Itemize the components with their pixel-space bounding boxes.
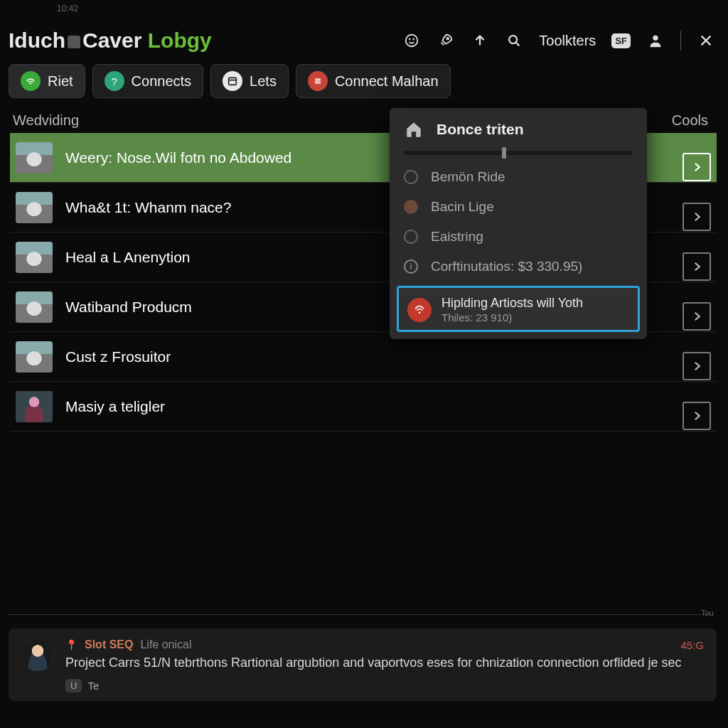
svg-point-0 <box>406 35 418 47</box>
brand-primary: Iduch <box>9 28 65 52</box>
car-thumb-icon <box>16 341 53 373</box>
row-action-column <box>682 153 711 430</box>
slider-knob[interactable] <box>502 147 506 159</box>
signal-icon <box>21 71 41 91</box>
car-thumb-icon <box>16 142 53 173</box>
sf-badge[interactable]: SF <box>611 33 631 48</box>
svg-rect-6 <box>229 77 237 85</box>
upload-icon[interactable] <box>471 31 489 50</box>
radio-unchecked-icon <box>404 170 418 184</box>
car-thumb-icon <box>16 242 53 273</box>
divider <box>680 31 681 50</box>
chat-username[interactable]: Slot SEQ <box>85 638 133 651</box>
svg-point-7 <box>419 311 420 313</box>
row-title: Cust z Frosuitor <box>65 348 171 365</box>
tab-label: Riet <box>48 73 73 90</box>
tab-lets[interactable]: Lets <box>210 64 289 98</box>
option-label: Bacin Lige <box>431 199 494 215</box>
panel-title: Bonce triten <box>437 121 524 138</box>
tab-connects[interactable]: ? Connects <box>92 64 204 98</box>
tab-bar: Riet ? Connects Lets Connect Malhan <box>0 60 728 107</box>
enter-row-button[interactable] <box>682 252 711 281</box>
lobby-label: Lobgy <box>148 28 212 52</box>
panel-option[interactable]: Bacin Lige <box>390 192 647 222</box>
brand-glyph-icon <box>68 36 80 48</box>
svg-point-5 <box>653 36 658 41</box>
user-icon[interactable] <box>646 31 665 50</box>
enter-row-button[interactable] <box>682 153 711 181</box>
enter-row-button[interactable] <box>682 203 711 231</box>
chat-foot-label: Te <box>87 680 99 692</box>
tab-label: Connects <box>132 73 192 90</box>
list-item[interactable]: Masiy a teligler <box>10 382 717 432</box>
app-title: IduchCaver Lobgy <box>9 28 212 53</box>
svg-point-2 <box>414 39 414 40</box>
row-title: Wha&t 1t: Whanm nace? <box>65 199 231 216</box>
smile-icon[interactable] <box>402 31 421 50</box>
menu-icon <box>308 71 328 91</box>
enter-row-button[interactable] <box>682 302 711 331</box>
chat-message: 📍 Slot SEQ Life onical 45:G Project Carr… <box>9 628 717 701</box>
alert-icon <box>407 298 432 322</box>
enter-row-button[interactable] <box>682 402 711 430</box>
footer-divider <box>9 614 711 615</box>
panel-highlight[interactable]: Hiplding Artiosts will Yoth Thiles: 23 9… <box>397 286 640 332</box>
header-actions: Toolkters SF <box>402 31 715 50</box>
col-right: Cools <box>672 112 708 129</box>
person-thumb-icon <box>16 391 53 422</box>
tab-riet[interactable]: Riet <box>9 64 85 98</box>
app-header: IduchCaver Lobgy Toolkters SF <box>0 0 728 60</box>
panel-option[interactable]: Bemön Ride <box>390 162 647 192</box>
list-item[interactable]: Cust z Frosuitor <box>10 332 717 382</box>
option-label: Corftinutatios: $3 330.95) <box>431 259 582 274</box>
panel-slider[interactable] <box>404 151 633 155</box>
car-thumb-icon <box>16 291 53 323</box>
panel-option[interactable]: i Corftinutatios: $3 330.95) <box>390 252 647 282</box>
search-icon[interactable] <box>505 31 523 50</box>
chat-meta: Life onical <box>140 638 191 651</box>
tab-connect-malhan[interactable]: Connect Malhan <box>296 64 451 98</box>
panel-option[interactable]: Eaistring <box>390 222 647 252</box>
col-left: Wedviding <box>13 112 79 129</box>
brand-secondary: Caver <box>82 28 141 52</box>
svg-point-4 <box>509 36 517 43</box>
tab-label: Lets <box>250 73 277 90</box>
row-title: Watiband Producm <box>65 299 192 316</box>
rocket-icon[interactable] <box>437 31 455 50</box>
toolkters-label[interactable]: Toolkters <box>539 33 596 49</box>
option-label: Eaistring <box>431 229 483 245</box>
svg-point-1 <box>410 39 410 40</box>
tab-label: Connect Malhan <box>335 73 439 90</box>
avatar[interactable] <box>21 638 54 671</box>
row-title: Weery: Nose.Wil fotn no Abdowed <box>65 149 291 166</box>
chat-timestamp: 45:G <box>680 639 704 651</box>
pin-icon: 📍 <box>65 639 77 651</box>
home-icon[interactable] <box>404 119 424 139</box>
close-icon[interactable] <box>697 31 715 50</box>
enter-row-button[interactable] <box>682 352 711 380</box>
highlight-subtitle: Thiles: 23 910) <box>441 311 583 325</box>
filter-panel: Bonce triten Bemön Ride Bacin Lige Eaist… <box>390 108 647 339</box>
radio-checked-icon <box>404 200 418 214</box>
status-bar-time: 10:42 <box>57 4 78 14</box>
option-label: Bemön Ride <box>431 169 505 185</box>
kbd-hint: U <box>65 679 82 692</box>
info-icon: i <box>404 259 418 274</box>
help-icon: ? <box>105 71 124 91</box>
highlight-title: Hiplding Artiosts will Yoth <box>441 295 583 311</box>
radio-unchecked-icon <box>404 230 418 244</box>
calendar-icon <box>223 71 242 91</box>
row-title: Masiy a teligler <box>65 398 165 415</box>
svg-point-3 <box>447 38 449 40</box>
chat-text: Project Carrs 51/N tebrthons Rartional a… <box>65 654 704 672</box>
row-title: Heal a L Anenytion <box>65 249 191 266</box>
car-thumb-icon <box>16 192 53 223</box>
